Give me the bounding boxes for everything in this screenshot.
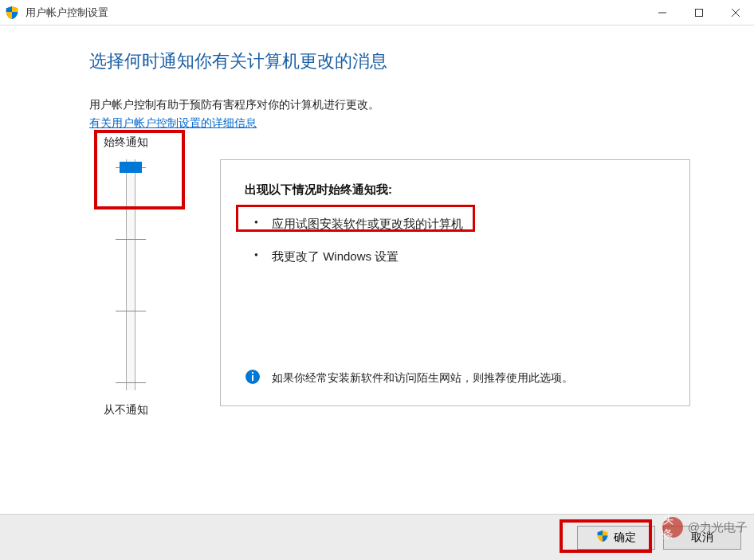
slider-thumb[interactable] (120, 162, 142, 173)
content-area: 选择何时通知你有关计算机更改的消息 用户帐户控制有助于预防有害程序对你的计算机进… (0, 25, 754, 150)
slider-track-line (126, 159, 135, 390)
window-titlebar: 用户帐户控制设置 (0, 0, 754, 25)
svg-rect-6 (252, 372, 253, 374)
info-bullet-item: 我更改了 Windows 设置 (249, 249, 666, 264)
close-button[interactable] (717, 0, 754, 25)
recommendation-text: 如果你经常安装新软件和访问陌生网站，则推荐使用此选项。 (272, 369, 573, 386)
watermark: 头条 @力光电子 (662, 517, 748, 538)
slider-top-label: 始终通知 (104, 135, 158, 150)
info-bullet-item: 应用试图安装软件或更改我的计算机 (249, 217, 666, 232)
notification-slider[interactable] (104, 159, 158, 390)
recommendation-row: 如果你经常安装新软件和访问陌生网站，则推荐使用此选项。 (245, 369, 666, 386)
shield-icon (5, 6, 19, 20)
slider-tick (116, 311, 146, 311)
svg-rect-5 (252, 375, 253, 381)
window-controls (644, 0, 754, 25)
slider-bottom-label: 从不通知 (104, 403, 158, 417)
minimize-button[interactable] (644, 0, 681, 25)
page-heading: 选择何时通知你有关计算机更改的消息 (89, 49, 722, 73)
maximize-button[interactable] (681, 0, 717, 25)
shield-icon (596, 530, 609, 545)
ok-button-label: 确定 (614, 531, 636, 545)
page-description: 用户帐户控制有助于预防有害程序对你的计算机进行更改。 (89, 96, 722, 113)
info-panel: 出现以下情况时始终通知我: 应用试图安装软件或更改我的计算机 我更改了 Wind… (220, 159, 690, 406)
bottom-button-bar: 确定 取消 (0, 514, 754, 560)
notification-slider-area: 始终通知 从不通知 (104, 135, 158, 417)
watermark-text: @力光电子 (688, 520, 748, 535)
window-title: 用户帐户控制设置 (26, 6, 108, 20)
info-bullet-list: 应用试图安装软件或更改我的计算机 我更改了 Windows 设置 (245, 217, 666, 264)
slider-tick (116, 382, 146, 383)
ok-button[interactable]: 确定 (577, 526, 655, 550)
slider-tick (116, 239, 146, 240)
info-icon (245, 369, 261, 385)
watermark-badge: 头条 (662, 517, 683, 538)
info-heading: 出现以下情况时始终通知我: (245, 182, 666, 198)
svg-rect-1 (696, 9, 703, 16)
detail-link[interactable]: 有关用户帐户控制设置的详细信息 (89, 116, 257, 131)
